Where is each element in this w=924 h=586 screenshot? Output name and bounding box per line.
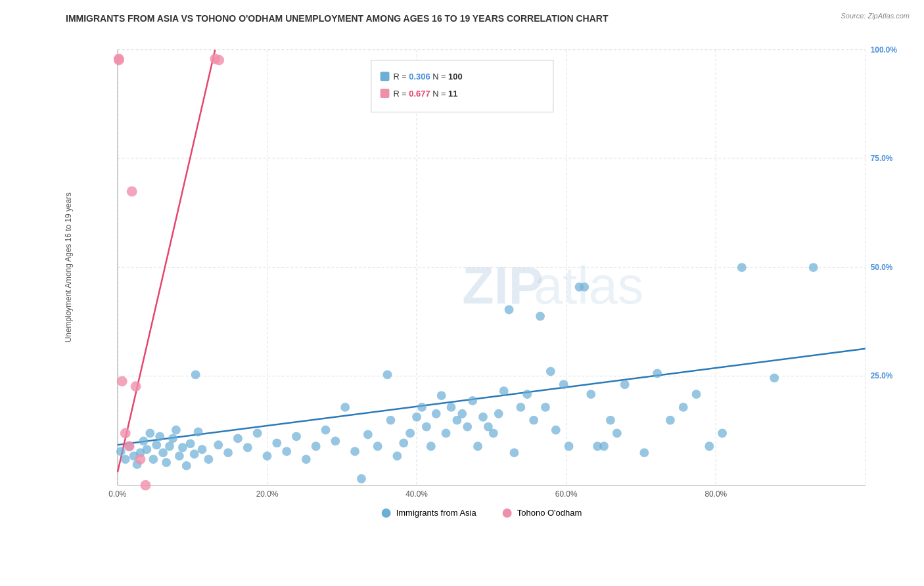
dot-blue [182,461,191,470]
dot-blue [463,422,472,432]
source-label: Source: ZipAtlas.com [841,12,910,20]
dot-blue [432,409,441,418]
dot-blue [422,422,431,432]
dot-blue [204,455,213,464]
trend-line-pink [118,50,215,472]
legend-label-immigrants: Immigrants from Asia [396,508,476,518]
dot-blue [386,416,396,425]
dot-blue [551,426,561,435]
chart-area: .grid-line { stroke: #ddd; stroke-width:… [53,30,911,524]
y-tick-50: 50.0% [871,263,893,272]
dot-blue [175,451,184,461]
dot-blue [186,439,195,448]
dot-blue [155,432,164,441]
dot-blue [357,474,366,484]
legend-swatch-tohono [503,508,512,518]
dot-blue [312,441,321,451]
dot-pink [120,428,131,439]
dot-blue [233,434,243,443]
y-tick-25: 25.0% [871,371,893,380]
dot-pink [141,480,151,491]
dot-blue [399,438,408,447]
dot-blue [272,438,281,447]
dot-pink [214,55,224,66]
dot-blue [292,432,301,441]
dot-pink [131,381,141,392]
dot-blue [142,445,151,454]
dot-blue [165,441,174,451]
dot-blue [405,429,415,438]
dot-blue [168,434,177,443]
y-axis-title: Unemployment Among Ages 16 to 19 years [64,192,73,342]
dot-blue [489,429,498,438]
dot-blue [639,448,649,457]
dot-blue [302,455,311,464]
legend-box [371,60,553,112]
dot-blue [190,449,199,459]
dot-blue [152,440,161,449]
dot-blue [809,263,818,272]
dot-blue [516,403,525,412]
dot-blue [149,455,158,464]
dot-blue [599,441,609,451]
dot-pink [124,441,135,451]
dot-blue [473,441,482,451]
dot-blue [121,455,130,464]
dot-blue [427,441,436,451]
dot-blue [565,441,574,451]
dot-blue [139,436,149,445]
dot-blue [263,451,272,461]
x-tick-20: 20.0% [256,489,279,499]
dot-blue [363,430,373,440]
dot-blue [145,429,154,438]
dot-blue [331,436,340,445]
bottom-legend: Immigrants from Asia Tohono O'odham [382,508,582,518]
dot-blue [546,367,555,376]
dot-blue [437,391,446,400]
dot-blue [417,403,427,412]
dot-blue [383,370,392,379]
dot-blue [321,426,331,435]
x-tick-0: 0.0% [108,489,126,499]
dot-blue [340,403,350,412]
legend-swatch-immigrants [382,508,391,518]
dot-blue [116,447,126,456]
dot-blue [541,403,550,412]
dot-blue [214,440,223,449]
dot-blue [478,413,488,422]
dot-blue [529,416,538,425]
dot-blue [253,429,262,438]
dot-blue [705,441,714,451]
dot-blue [522,390,532,399]
watermark-zip: ZIP [462,256,543,315]
dot-blue [666,416,675,425]
dot-blue [718,429,727,438]
y-tick-100: 100.0% [871,45,898,55]
watermark-atlas: atlas [534,256,643,315]
legend-item-pink: Tohono O'odham [503,508,582,518]
chart-title: IMMIGRANTS FROM ASIA VS TOHONO O'ODHAM U… [66,13,911,24]
dot-pink [117,376,127,386]
dot-blue [282,447,291,456]
dot-blue [653,369,662,378]
dot-blue [194,428,203,437]
legend-row2: R = 0.677 N = 11 [393,89,457,99]
legend-item-blue: Immigrants from Asia [382,508,476,518]
dot-blue [612,429,622,438]
legend-label-tohono: Tohono O'odham [517,508,582,518]
dot-blue [606,416,615,425]
dot-blue [586,390,595,399]
dot-blue [442,429,451,438]
dot-blue [243,443,252,452]
dot-blue [158,448,168,457]
dot-pink [135,454,146,464]
dot-blue [494,409,503,418]
dot-blue [510,448,519,457]
dot-pink [114,55,124,66]
x-tick-40: 40.0% [405,489,428,499]
dot-blue [679,403,688,412]
y-tick-75: 75.0% [871,154,893,163]
dot-blue [162,458,171,467]
dot-blue [191,370,200,379]
dot-pink [127,186,137,196]
